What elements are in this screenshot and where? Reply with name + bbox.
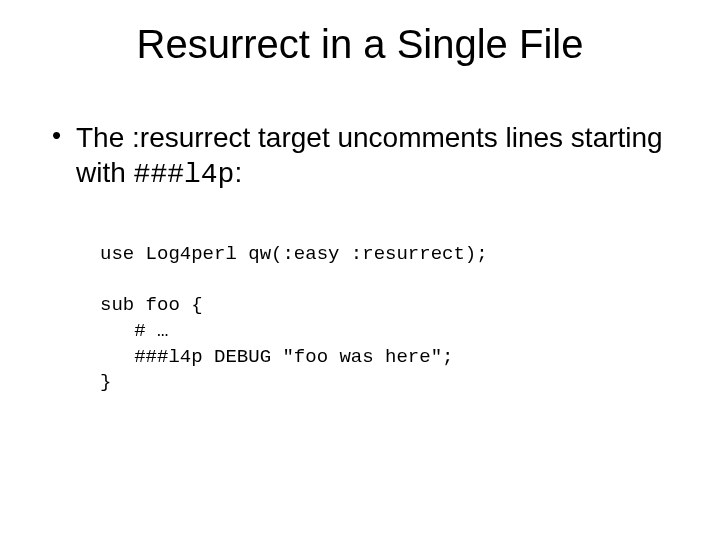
- code-line-5: ###l4p DEBUG "foo was here";: [100, 346, 453, 368]
- code-line-4: # …: [100, 320, 168, 342]
- code-line-6: }: [100, 371, 111, 393]
- bullet-inline-code: ###l4p: [134, 159, 235, 190]
- code-line-1: use Log4perl qw(:easy :resurrect);: [100, 243, 488, 265]
- bullet-text-suffix: :: [234, 157, 242, 188]
- slide-title: Resurrect in a Single File: [0, 22, 720, 67]
- slide-body: The :resurrect target uncomments lines s…: [48, 120, 672, 396]
- slide: Resurrect in a Single File The :resurrec…: [0, 0, 720, 540]
- bullet-list: The :resurrect target uncomments lines s…: [48, 120, 672, 192]
- code-line-3: sub foo {: [100, 294, 203, 316]
- bullet-item-1: The :resurrect target uncomments lines s…: [48, 120, 672, 192]
- code-block: use Log4perl qw(:easy :resurrect); sub f…: [100, 242, 672, 396]
